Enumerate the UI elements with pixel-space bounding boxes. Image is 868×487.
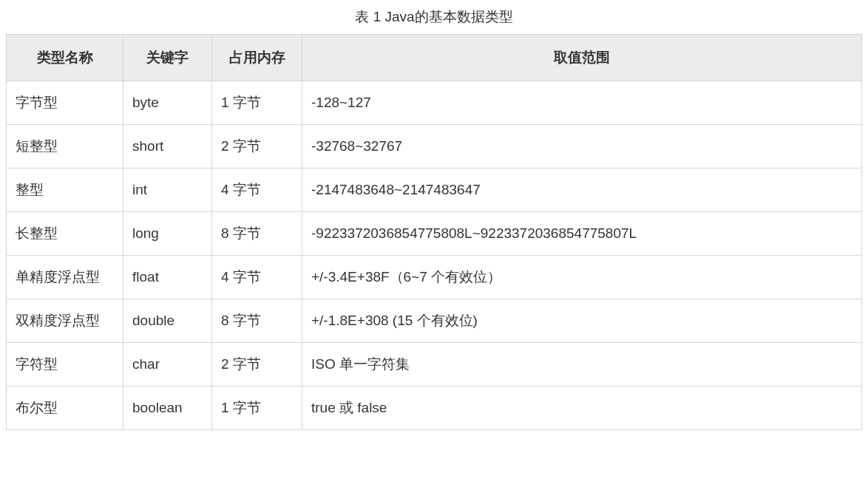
cell-range: +/-3.4E+38F（6~7 个有效位） [302, 256, 862, 299]
table-row: 单精度浮点型 float 4 字节 +/-3.4E+38F（6~7 个有效位） [7, 256, 862, 299]
cell-type-name: 单精度浮点型 [7, 256, 123, 299]
header-memory: 占用内存 [212, 35, 302, 81]
cell-type-name: 整型 [7, 168, 123, 212]
cell-memory: 4 字节 [212, 256, 302, 299]
cell-memory: 4 字节 [212, 168, 302, 212]
table-row: 长整型 long 8 字节 -9223372036854775808L~9223… [7, 212, 862, 256]
table-row: 双精度浮点型 double 8 字节 +/-1.8E+308 (15 个有效位) [7, 299, 862, 343]
header-range: 取值范围 [302, 35, 862, 81]
cell-keyword: char [123, 343, 212, 386]
cell-keyword: float [123, 256, 212, 299]
cell-range: -128~127 [302, 81, 862, 125]
table-row: 整型 int 4 字节 -2147483648~2147483647 [7, 168, 862, 212]
cell-type-name: 双精度浮点型 [7, 299, 123, 343]
cell-memory: 1 字节 [212, 81, 302, 125]
cell-keyword: double [123, 299, 212, 343]
table-row: 短整型 short 2 字节 -32768~32767 [7, 125, 862, 168]
table-header-row: 类型名称 关键字 占用内存 取值范围 [7, 35, 862, 81]
cell-range: -32768~32767 [302, 125, 862, 168]
cell-memory: 8 字节 [212, 212, 302, 256]
cell-range: +/-1.8E+308 (15 个有效位) [302, 299, 862, 343]
cell-memory: 2 字节 [212, 343, 302, 386]
cell-keyword: boolean [123, 386, 212, 430]
cell-memory: 8 字节 [212, 299, 302, 343]
table-row: 字符型 char 2 字节 ISO 单一字符集 [7, 343, 862, 386]
cell-type-name: 字符型 [7, 343, 123, 386]
cell-memory: 1 字节 [212, 386, 302, 430]
cell-type-name: 短整型 [7, 125, 123, 168]
cell-keyword: long [123, 212, 212, 256]
cell-keyword: byte [123, 81, 212, 125]
table-caption: 表 1 Java的基本数据类型 [6, 6, 862, 27]
header-type-name: 类型名称 [7, 35, 123, 81]
cell-range: ISO 单一字符集 [302, 343, 862, 386]
table-row: 字节型 byte 1 字节 -128~127 [7, 81, 862, 125]
cell-keyword: short [123, 125, 212, 168]
cell-range: -2147483648~2147483647 [302, 168, 862, 212]
data-types-table: 类型名称 关键字 占用内存 取值范围 字节型 byte 1 字节 -128~12… [6, 34, 862, 430]
table-row: 布尔型 boolean 1 字节 true 或 false [7, 386, 862, 430]
cell-memory: 2 字节 [212, 125, 302, 168]
cell-type-name: 布尔型 [7, 386, 123, 430]
cell-keyword: int [123, 168, 212, 212]
cell-type-name: 长整型 [7, 212, 123, 256]
cell-type-name: 字节型 [7, 81, 123, 125]
cell-range: true 或 false [302, 386, 862, 430]
header-keyword: 关键字 [123, 35, 212, 81]
cell-range: -9223372036854775808L~922337203685477580… [302, 212, 862, 256]
